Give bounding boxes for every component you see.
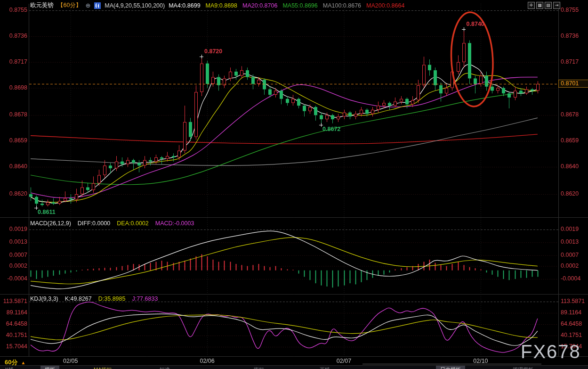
- bottom-tab[interactable]: 日内横板: [436, 366, 465, 369]
- chart-canvas[interactable]: [0, 0, 588, 369]
- trading-chart-app: 欧元英镑 【60分】 ⊕ MA(4,9,20,55,100,200) MA4:0…: [0, 0, 588, 369]
- drawing-panel-icon[interactable]: ▧: [545, 2, 552, 9]
- collapse-panel-icon[interactable]: ⇥: [553, 2, 560, 9]
- indicator-panel-icon[interactable]: ▦: [536, 2, 543, 9]
- bottom-tab[interactable]: MA指标: [89, 366, 116, 369]
- bottom-tab[interactable]: 画线: [315, 366, 334, 369]
- bottom-tab[interactable]: 横板: [40, 366, 59, 369]
- link-icon[interactable]: ⊕: [85, 2, 90, 8]
- bottom-tab[interactable]: 指标: [250, 366, 268, 369]
- up-arrow-icon: ▲: [21, 360, 25, 365]
- bottom-tab[interactable]: 标准: [155, 366, 174, 369]
- bottom-tab[interactable]: K线: [1, 366, 18, 369]
- bottom-tab[interactable]: 管理横板: [508, 366, 538, 369]
- pan-icon[interactable]: ✛: [528, 2, 535, 9]
